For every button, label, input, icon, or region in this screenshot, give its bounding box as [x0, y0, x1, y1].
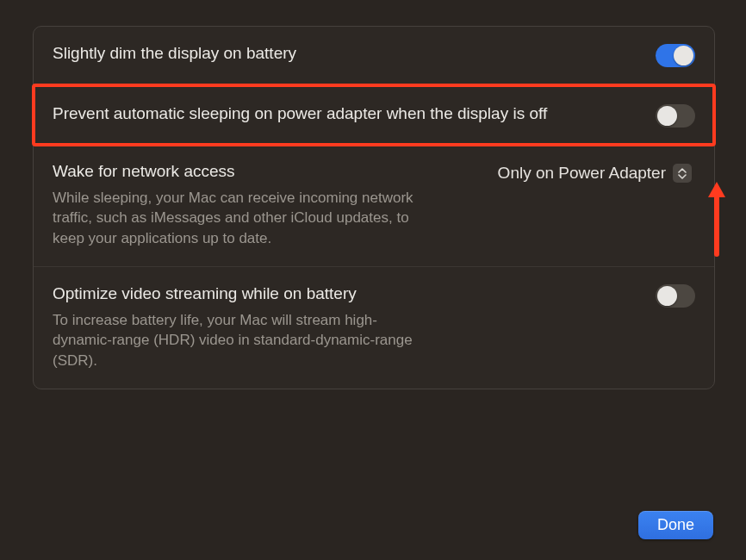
settings-panel: Slightly dim the display on battery Prev…: [33, 26, 715, 389]
optimize-video-desc: To increase battery life, your Mac will …: [53, 310, 414, 371]
chevron-up-down-icon: [673, 164, 692, 183]
toggle-knob-icon: [657, 286, 677, 306]
toggle-knob-icon: [674, 46, 693, 65]
row-prevent-sleep: Prevent automatic sleeping on power adap…: [32, 84, 716, 146]
wake-network-desc: While sleeping, your Mac can receive inc…: [53, 188, 414, 249]
done-button[interactable]: Done: [638, 511, 713, 539]
row-wake-network: Wake for network access While sleeping, …: [34, 145, 714, 267]
wake-network-dropdown[interactable]: Only on Power Adapter: [494, 162, 695, 184]
wake-network-value: Only on Power Adapter: [498, 164, 666, 183]
prevent-sleep-toggle[interactable]: [656, 104, 695, 128]
wake-network-label: Wake for network access: [53, 160, 479, 183]
row-text: Slightly dim the display on battery: [53, 42, 656, 65]
prevent-sleep-label: Prevent automatic sleeping on power adap…: [53, 103, 640, 125]
row-control: [656, 103, 695, 128]
row-control: [656, 42, 695, 67]
row-control: [656, 283, 695, 308]
row-dim-display: Slightly dim the display on battery: [34, 27, 714, 85]
row-text: Prevent automatic sleeping on power adap…: [53, 103, 656, 125]
dim-display-toggle[interactable]: [656, 44, 695, 67]
dim-display-label: Slightly dim the display on battery: [53, 42, 640, 65]
row-text: Optimize video streaming while on batter…: [53, 283, 656, 371]
toggle-knob-icon: [657, 106, 677, 126]
row-control: Only on Power Adapter: [494, 160, 695, 184]
row-optimize-video: Optimize video streaming while on batter…: [34, 267, 714, 389]
row-text: Wake for network access While sleeping, …: [53, 160, 494, 249]
optimize-video-label: Optimize video streaming while on batter…: [53, 283, 640, 305]
optimize-video-toggle[interactable]: [656, 284, 695, 308]
